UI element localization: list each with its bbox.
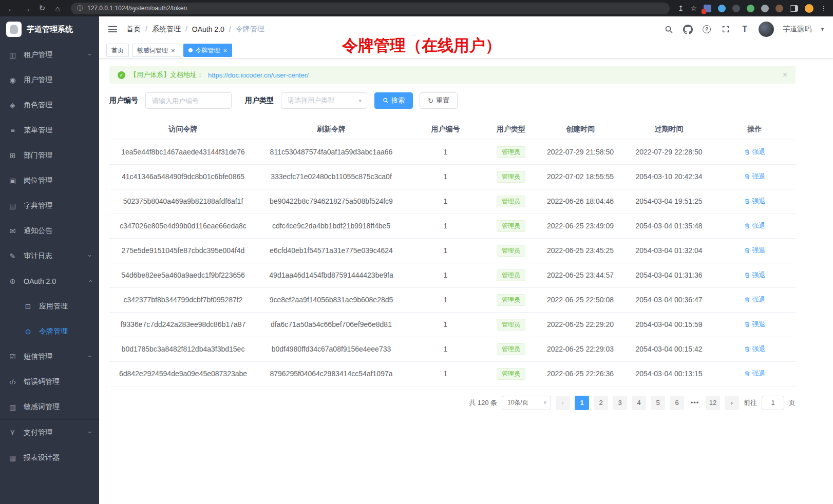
- extension-icon[interactable]: [718, 5, 726, 12]
- prev-page-button[interactable]: ‹: [556, 396, 570, 410]
- sidebar-item-audit-log[interactable]: ✎ 审计日志 ›: [0, 243, 99, 268]
- sidebar-item-pay[interactable]: ¥ 支付管理 ›: [0, 420, 99, 445]
- search-button[interactable]: 搜索: [374, 92, 413, 109]
- goto-page-input[interactable]: [762, 396, 784, 410]
- home-icon[interactable]: ⌂: [52, 4, 63, 13]
- col-created: 创建时间: [537, 119, 624, 140]
- sidebar-item-post[interactable]: ▣ 岗位管理: [0, 168, 99, 193]
- page-button-1[interactable]: 1: [575, 396, 589, 410]
- delete-icon: [744, 149, 750, 155]
- extension-icon[interactable]: [704, 5, 711, 12]
- back-icon[interactable]: ←: [6, 4, 16, 13]
- tab-sensitive-word[interactable]: 敏感词管理 ×: [132, 44, 180, 57]
- github-icon[interactable]: [683, 25, 693, 34]
- breadcrumb-item[interactable]: 首页: [126, 25, 152, 34]
- extensions-puzzle-icon[interactable]: [761, 5, 769, 12]
- force-logout-button[interactable]: 强退: [744, 369, 766, 378]
- close-icon[interactable]: ×: [783, 70, 787, 80]
- browser-profile-avatar[interactable]: [805, 4, 813, 13]
- side-panel-icon[interactable]: [790, 5, 798, 12]
- page-button-last[interactable]: 12: [706, 396, 720, 410]
- user-id-input[interactable]: [145, 92, 232, 109]
- refresh-icon[interactable]: ↻: [37, 4, 47, 13]
- sidebar-item-dept[interactable]: ⊞ 部门管理: [0, 143, 99, 168]
- menu-label: 通知公告: [24, 226, 91, 236]
- sidebar-item-user[interactable]: ◉ 用户管理: [0, 67, 99, 92]
- info-icon[interactable]: ⓘ: [77, 4, 83, 13]
- sidebar-item-oauth-token[interactable]: ⊙ 令牌管理: [0, 319, 99, 344]
- sidebar-item-sensitive-word[interactable]: ▥ 敏感词管理: [0, 394, 99, 419]
- sidebar-item-menu[interactable]: ≡ 菜单管理: [0, 118, 99, 143]
- user-id-cell: 1: [406, 287, 485, 312]
- token-table: 访问令牌 刷新令牌 用户编号 用户类型 创建时间 过期时间 操作 1ea5e44…: [109, 119, 796, 386]
- sidebar-toggle-button[interactable]: [107, 23, 118, 36]
- app-logo[interactable]: 芋道管理系统: [0, 16, 99, 42]
- force-logout-button[interactable]: 强退: [744, 270, 766, 280]
- table-row: 275e5de9151045fe87cbdc395e004f4d e6cfd40…: [109, 238, 796, 263]
- sidebar-item-sms[interactable]: ☑ 短信管理 ›: [0, 344, 99, 369]
- font-size-icon[interactable]: T: [740, 25, 750, 34]
- forward-icon[interactable]: →: [22, 4, 32, 13]
- username[interactable]: 芋道源码: [783, 25, 811, 34]
- extension-icon[interactable]: [775, 5, 783, 12]
- force-logout-button[interactable]: 强退: [744, 246, 766, 255]
- sidebar-item-dict[interactable]: ▤ 字典管理: [0, 193, 99, 218]
- user-type-cell: 管理员: [485, 238, 537, 263]
- page-button-2[interactable]: 2: [594, 396, 608, 410]
- sidebar-item-report-designer[interactable]: ▦ 报表设计器: [0, 445, 99, 470]
- extension-icon[interactable]: [732, 5, 740, 12]
- force-logout-label: 强退: [752, 246, 766, 255]
- tab-home[interactable]: 首页: [106, 44, 129, 57]
- force-logout-button[interactable]: 强退: [744, 197, 766, 206]
- force-logout-button[interactable]: 强退: [744, 344, 766, 354]
- page-button-5[interactable]: 5: [651, 396, 665, 410]
- refresh-icon: ↻: [428, 97, 433, 105]
- sidebar-item-role[interactable]: ◈ 角色管理: [0, 92, 99, 118]
- extension-icon[interactable]: [747, 5, 754, 12]
- table-row: f9336e7c7dd242a283ee98dc86b17a87 dfa6c71…: [109, 312, 796, 337]
- force-logout-button[interactable]: 强退: [744, 320, 766, 329]
- force-logout-button[interactable]: 强退: [744, 221, 766, 230]
- force-logout-button[interactable]: 强退: [744, 172, 766, 181]
- page-button-3[interactable]: 3: [613, 396, 627, 410]
- force-logout-button[interactable]: 强退: [744, 295, 766, 304]
- created-cell: 2022-06-25 23:49:09: [537, 214, 624, 238]
- menu-label: 审计日志: [24, 251, 82, 261]
- breadcrumb-item[interactable]: 系统管理: [152, 25, 192, 34]
- address-bar[interactable]: ⓘ 127.0.0.1:1024/system/oauth2/token: [71, 3, 670, 14]
- page-button-6[interactable]: 6: [670, 396, 684, 410]
- menu-label: OAuth 2.0: [24, 277, 82, 285]
- search-icon[interactable]: [664, 25, 674, 34]
- user-type-cell: 管理员: [485, 337, 537, 361]
- menu-kebab-icon[interactable]: ⋮: [820, 5, 827, 12]
- fullscreen-icon[interactable]: [721, 25, 731, 33]
- next-page-button[interactable]: ›: [725, 396, 739, 410]
- browser-toolbar-right: ↥ ☆ ⋮: [678, 4, 827, 13]
- page-button-4[interactable]: 4: [632, 396, 646, 410]
- sidebar-item-error-code[interactable]: ‹/› 错误码管理: [0, 369, 99, 394]
- share-icon[interactable]: ↥: [678, 4, 684, 12]
- reset-button[interactable]: ↻ 重置: [420, 92, 458, 109]
- breadcrumb-item[interactable]: OAuth 2.0: [192, 25, 236, 33]
- user-type-cell: 管理员: [485, 312, 537, 337]
- sidebar-item-notice[interactable]: ✉ 通知公告: [0, 218, 99, 243]
- user-type-select[interactable]: 请选择用户类型 ▾: [281, 92, 367, 109]
- user-avatar[interactable]: [759, 22, 774, 37]
- bookmark-star-icon[interactable]: ☆: [690, 4, 697, 12]
- user-type-tag: 管理员: [497, 220, 525, 232]
- more-pages-icon[interactable]: •••: [689, 399, 701, 406]
- sidebar-item-oauth[interactable]: ⊛ OAuth 2.0 ›: [0, 268, 99, 294]
- tab-token[interactable]: 令牌管理 ×: [183, 44, 233, 57]
- doc-link[interactable]: https://doc.iocoder.cn/user-center/: [208, 71, 309, 79]
- close-icon[interactable]: ×: [171, 47, 175, 54]
- sidebar-item-tenant[interactable]: ◫ 租户管理 ›: [0, 42, 99, 67]
- action-cell: 强退: [714, 312, 796, 337]
- access-token-cell: 1ea5e44f8bc1467aaede43144f31de76: [109, 140, 257, 164]
- chevron-down-icon[interactable]: ▼: [820, 27, 825, 32]
- help-icon[interactable]: ?: [702, 25, 712, 33]
- page-size-select[interactable]: 10条/页 ▾: [502, 396, 551, 410]
- close-icon[interactable]: ×: [223, 47, 228, 54]
- force-logout-button[interactable]: 强退: [744, 147, 766, 157]
- tab-label: 敏感词管理: [137, 46, 168, 55]
- sidebar-item-oauth-app[interactable]: ⊡ 应用管理: [0, 294, 99, 319]
